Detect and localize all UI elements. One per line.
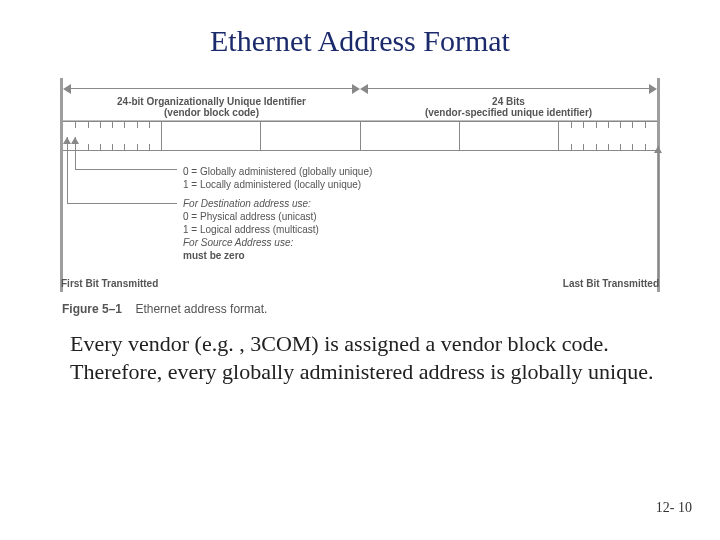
ig-bit-pointer <box>67 137 68 203</box>
byte-4 <box>460 122 559 150</box>
dest-0: 0 = Physical address (unicast) <box>183 210 657 223</box>
byte-5 <box>559 122 657 150</box>
figure-caption: Figure 5–1 Ethernet address format. <box>62 302 658 316</box>
byte-1 <box>162 122 261 150</box>
ethernet-address-figure: 24-bit Organizationally Unique Identifie… <box>60 78 660 292</box>
byte-boxes <box>63 121 657 151</box>
last-bit-label: Last Bit Transmitted <box>563 278 659 289</box>
ul-bit-1: 1 = Locally administered (locally unique… <box>183 178 657 191</box>
bit-annotations: 0 = Globally administered (globally uniq… <box>63 151 657 272</box>
figure-number: Figure 5–1 <box>62 302 122 316</box>
field-span-row: 24-bit Organizationally Unique Identifie… <box>63 78 657 121</box>
last-bit-pointer <box>658 146 659 286</box>
ul-bit-pointer <box>75 137 76 169</box>
vendor-label-1: 24 Bits <box>492 96 525 107</box>
dest-hdr: For Destination address use: <box>183 197 657 210</box>
slide-title: Ethernet Address Format <box>0 24 720 58</box>
byte-0 <box>63 122 162 150</box>
first-bit-label: First Bit Transmitted <box>61 278 158 289</box>
oui-span: 24-bit Organizationally Unique Identifie… <box>63 84 360 94</box>
vendor-label-2: (vendor-specified unique identifier) <box>425 107 592 118</box>
transmission-labels: First Bit Transmitted Last Bit Transmitt… <box>63 278 657 292</box>
byte-2 <box>261 122 360 150</box>
oui-label-1: 24-bit Organizationally Unique Identifie… <box>117 96 306 107</box>
vendor-span: 24 Bits (vendor-specified unique identif… <box>360 84 657 94</box>
src-hdr: For Source Address use: <box>183 236 657 249</box>
dest-1: 1 = Logical address (multicast) <box>183 223 657 236</box>
ul-bit-0: 0 = Globally administered (globally uniq… <box>183 165 657 178</box>
figure-caption-text: Ethernet address format. <box>135 302 267 316</box>
src-mustzero: must be zero <box>183 249 657 262</box>
body-paragraph: Every vendor (e.g. , 3COM) is assigned a… <box>70 330 664 386</box>
byte-3 <box>361 122 460 150</box>
oui-label-2: (vendor block code) <box>164 107 259 118</box>
page-number: 12- 10 <box>656 500 692 516</box>
